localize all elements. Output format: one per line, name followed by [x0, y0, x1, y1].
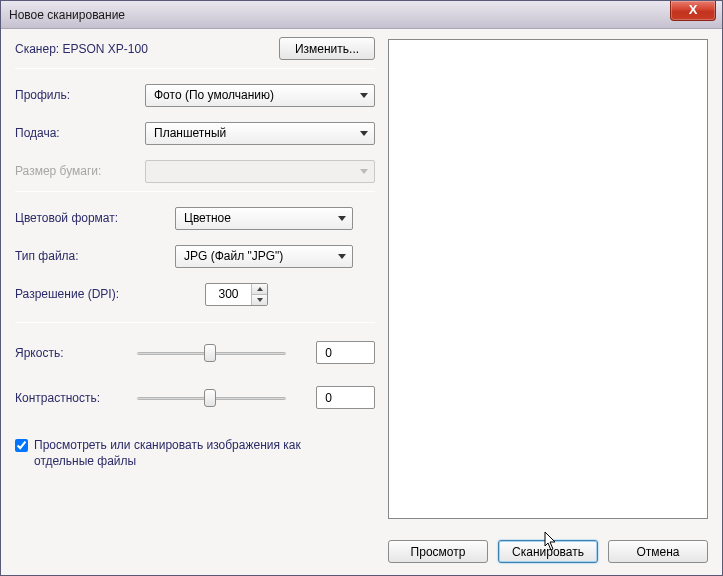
contrast-label: Контрастность:: [15, 391, 137, 405]
window-title: Новое сканирование: [9, 8, 125, 22]
preview-button[interactable]: Просмотр: [388, 540, 488, 563]
profile-select[interactable]: Фото (По умолчанию): [145, 84, 375, 107]
file-type-label: Тип файла:: [15, 249, 175, 263]
paper-size-select: [145, 160, 375, 183]
separator: [15, 322, 375, 323]
dialog-content: Сканер: EPSON XP-100 Изменить... Профиль…: [1, 29, 722, 575]
chevron-down-icon: [360, 93, 368, 98]
spin-up-button[interactable]: [252, 284, 267, 295]
contrast-slider[interactable]: [137, 388, 287, 408]
scanner-name: EPSON XP-100: [63, 42, 148, 56]
resolution-label: Разрешение (DPI):: [15, 287, 175, 301]
paper-size-label: Размер бумаги:: [15, 164, 145, 178]
separator: [15, 68, 375, 69]
chevron-down-icon: [338, 216, 346, 221]
chevron-down-icon: [360, 131, 368, 136]
resolution-spinner[interactable]: [205, 283, 268, 306]
chevron-up-icon: [257, 287, 263, 291]
color-format-label: Цветовой формат:: [15, 211, 175, 225]
separate-files-label[interactable]: Просмотреть или сканировать изображения …: [34, 437, 334, 469]
file-type-select[interactable]: JPG (Файл "JPG"): [175, 245, 353, 268]
chevron-down-icon: [257, 298, 263, 302]
chevron-down-icon: [338, 254, 346, 259]
close-button[interactable]: X: [670, 1, 716, 21]
profile-label: Профиль:: [15, 88, 145, 102]
preview-pane: [388, 39, 708, 519]
settings-panel: Сканер: EPSON XP-100 Изменить... Профиль…: [15, 37, 375, 469]
chevron-down-icon: [360, 169, 368, 174]
scan-dialog: Новое сканирование X Сканер: EPSON XP-10…: [0, 0, 723, 576]
feed-select[interactable]: Планшетный: [145, 122, 375, 145]
brightness-value[interactable]: 0: [316, 341, 375, 364]
separate-files-checkbox[interactable]: [15, 439, 28, 452]
spin-down-button[interactable]: [252, 295, 267, 305]
brightness-slider[interactable]: [137, 343, 287, 363]
titlebar[interactable]: Новое сканирование X: [1, 1, 722, 29]
brightness-label: Яркость:: [15, 346, 137, 360]
separator: [15, 191, 375, 192]
scan-button[interactable]: Сканировать: [498, 540, 598, 563]
color-format-select[interactable]: Цветное: [175, 207, 353, 230]
resolution-input[interactable]: [206, 284, 251, 305]
slider-thumb[interactable]: [204, 344, 216, 362]
scanner-label: Сканер: EPSON XP-100: [15, 42, 148, 56]
close-icon: X: [689, 2, 698, 17]
change-scanner-button[interactable]: Изменить...: [279, 37, 375, 60]
contrast-value[interactable]: 0: [316, 386, 375, 409]
slider-thumb[interactable]: [204, 389, 216, 407]
feed-label: Подача:: [15, 126, 145, 140]
dialog-buttons: Просмотр Сканировать Отмена: [388, 540, 708, 563]
cancel-button[interactable]: Отмена: [608, 540, 708, 563]
